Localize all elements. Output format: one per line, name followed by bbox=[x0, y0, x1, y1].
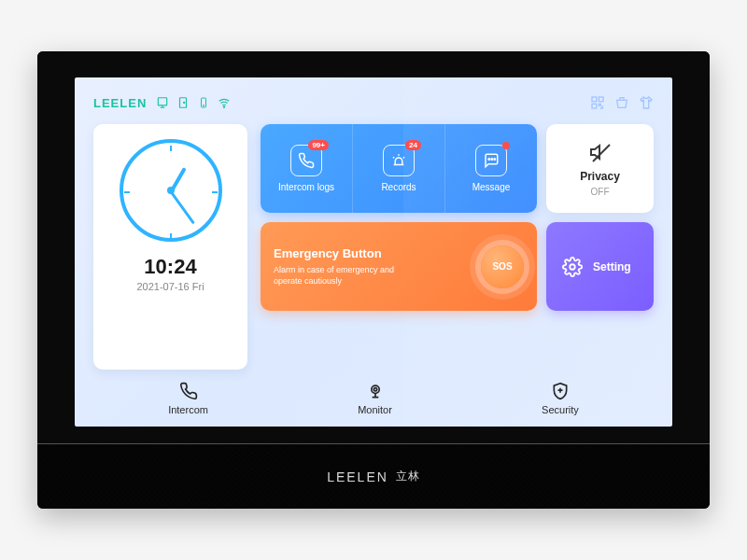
svg-point-4 bbox=[204, 105, 204, 106]
tile-records[interactable]: 24 Records bbox=[353, 124, 445, 213]
device-frame: LEELEN bbox=[37, 51, 710, 509]
brand-logo: LEELEN bbox=[93, 96, 147, 110]
svg-point-10 bbox=[491, 159, 493, 161]
badge-message bbox=[502, 142, 510, 149]
device-icon bbox=[156, 96, 169, 109]
camera-icon bbox=[365, 381, 386, 401]
shield-icon bbox=[550, 381, 571, 401]
row-bottom: Emergency Button Alarm in case of emerge… bbox=[261, 222, 654, 311]
setting-label: Setting bbox=[593, 260, 631, 273]
top-left: LEELEN bbox=[93, 96, 231, 110]
top-right bbox=[590, 95, 654, 110]
svg-point-13 bbox=[371, 385, 378, 393]
row-top: 99+ Intercom logs 24 Records bbox=[261, 124, 654, 213]
door-icon bbox=[176, 96, 190, 109]
svg-rect-8 bbox=[592, 104, 597, 108]
top-bar: LEELEN bbox=[93, 91, 654, 115]
phone-log-icon: 99+ bbox=[290, 145, 322, 176]
tile-message[interactable]: Message bbox=[445, 124, 537, 213]
privacy-card[interactable]: Privacy OFF bbox=[546, 124, 654, 213]
brand-logo-cn: 立林 bbox=[396, 469, 420, 484]
svg-point-11 bbox=[494, 159, 496, 161]
privacy-title: Privacy bbox=[580, 170, 620, 183]
brand-logo-footer: LEELEN bbox=[327, 469, 388, 484]
nav-label: Security bbox=[542, 404, 579, 415]
clock-face bbox=[120, 139, 222, 242]
sos-button[interactable]: SOS bbox=[481, 245, 524, 288]
badge-records: 24 bbox=[405, 140, 421, 150]
quick-tiles: 99+ Intercom logs 24 Records bbox=[261, 124, 537, 213]
mute-icon bbox=[588, 140, 613, 164]
nav-monitor[interactable]: Monitor bbox=[358, 381, 392, 415]
speaker-grill: LEELEN 立林 bbox=[37, 443, 710, 509]
tile-intercom-logs[interactable]: 99+ Intercom logs bbox=[261, 124, 353, 213]
svg-point-2 bbox=[184, 102, 185, 103]
badge-intercom-logs: 99+ bbox=[308, 140, 329, 150]
screen: LEELEN bbox=[75, 77, 672, 427]
nav-intercom[interactable]: Intercom bbox=[168, 381, 208, 415]
main-area: 10:24 2021-07-16 Fri 99+ Intercom logs bbox=[93, 124, 654, 370]
emergency-card[interactable]: Emergency Button Alarm in case of emerge… bbox=[261, 222, 537, 311]
emergency-desc: Alarm in case of emergency and operate c… bbox=[274, 264, 414, 287]
nav-label: Intercom bbox=[168, 404, 208, 415]
clock-time: 10:24 bbox=[144, 255, 196, 279]
shirt-icon[interactable] bbox=[639, 95, 654, 110]
tile-label: Intercom logs bbox=[278, 182, 334, 192]
screen-bezel: LEELEN bbox=[37, 51, 710, 443]
gear-icon bbox=[561, 256, 584, 278]
clock-date: 2021-07-16 Fri bbox=[136, 281, 204, 292]
sos-label: SOS bbox=[492, 261, 512, 272]
tile-label: Message bbox=[472, 182, 511, 192]
message-icon bbox=[475, 145, 507, 176]
wifi-icon bbox=[218, 96, 231, 109]
setting-card[interactable]: Setting bbox=[546, 222, 654, 311]
qr-icon[interactable] bbox=[590, 95, 605, 110]
svg-point-12 bbox=[570, 264, 575, 270]
svg-point-9 bbox=[488, 159, 490, 161]
svg-rect-7 bbox=[599, 97, 603, 102]
svg-rect-6 bbox=[592, 97, 597, 102]
nav-security[interactable]: Security bbox=[542, 381, 579, 415]
bottom-nav: Intercom Monitor Security bbox=[93, 373, 654, 415]
cleanup-icon[interactable] bbox=[614, 95, 629, 110]
right-column: 99+ Intercom logs 24 Records bbox=[261, 124, 654, 370]
clock-card: 10:24 2021-07-16 Fri bbox=[93, 124, 247, 370]
privacy-state: OFF bbox=[591, 187, 610, 197]
status-icons bbox=[156, 96, 231, 109]
phone-icon bbox=[178, 381, 199, 401]
mobile-icon bbox=[197, 96, 210, 109]
svg-rect-0 bbox=[159, 98, 167, 105]
tile-label: Records bbox=[381, 182, 416, 192]
alarm-icon: 24 bbox=[383, 145, 415, 176]
clock-minute-hand bbox=[169, 191, 194, 225]
svg-point-14 bbox=[374, 388, 376, 391]
svg-point-5 bbox=[224, 106, 225, 107]
nav-label: Monitor bbox=[358, 404, 392, 415]
